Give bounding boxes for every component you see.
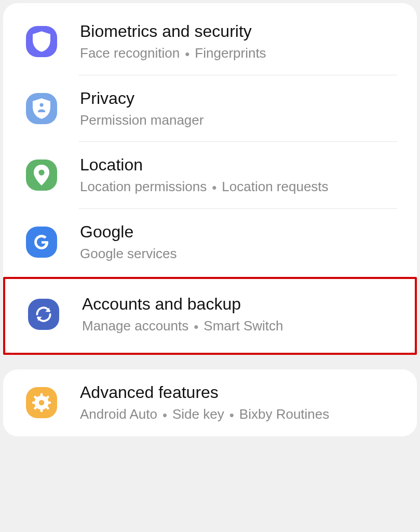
- advanced-gear-icon: [26, 387, 57, 418]
- settings-item-biometrics[interactable]: Biometrics and security Face recognition…: [3, 8, 417, 75]
- svg-rect-6: [32, 402, 36, 404]
- svg-rect-7: [47, 402, 51, 404]
- settings-item-title: Advanced features: [80, 382, 397, 403]
- settings-item-title: Biometrics and security: [80, 21, 397, 42]
- settings-item-text: Privacy Permission manager: [80, 88, 397, 129]
- location-pin-icon: [26, 159, 57, 191]
- privacy-shield-icon: [26, 93, 57, 124]
- svg-rect-4: [40, 393, 43, 397]
- svg-point-3: [39, 400, 45, 406]
- settings-item-title: Google: [80, 221, 397, 242]
- settings-item-subtitle: Location permissions•Location requests: [80, 178, 397, 196]
- settings-item-privacy[interactable]: Privacy Permission manager: [3, 75, 417, 141]
- settings-item-text: Biometrics and security Face recognition…: [80, 21, 397, 62]
- settings-item-accounts-backup[interactable]: Accounts and backup Manage accounts•Smar…: [3, 277, 417, 355]
- settings-item-text: Google Google services: [80, 221, 397, 262]
- shield-icon: [26, 26, 57, 57]
- settings-item-text: Location Location permissions•Location r…: [80, 154, 397, 196]
- settings-group-card: Biometrics and security Face recognition…: [3, 3, 417, 355]
- svg-rect-5: [40, 408, 43, 413]
- settings-item-title: Privacy: [80, 88, 397, 109]
- settings-item-subtitle: Google services: [80, 245, 397, 262]
- settings-item-text: Accounts and backup Manage accounts•Smar…: [82, 294, 395, 335]
- settings-item-subtitle: Permission manager: [80, 112, 397, 129]
- settings-item-title: Location: [80, 154, 397, 175]
- settings-group-card: Advanced features Android Auto•Side key•…: [3, 369, 417, 436]
- svg-point-1: [38, 169, 44, 175]
- settings-item-subtitle: Face recognition•Fingerprints: [80, 45, 397, 62]
- sync-icon: [28, 299, 59, 330]
- settings-item-title: Accounts and backup: [82, 294, 395, 314]
- settings-item-google[interactable]: Google Google services: [3, 209, 417, 275]
- settings-item-subtitle: Manage accounts•Smart Switch: [82, 317, 395, 335]
- google-icon: [26, 227, 57, 258]
- settings-item-location[interactable]: Location Location permissions•Location r…: [3, 142, 417, 208]
- svg-point-0: [39, 103, 43, 107]
- settings-item-text: Advanced features Android Auto•Side key•…: [80, 382, 397, 423]
- settings-item-subtitle: Android Auto•Side key•Bixby Routines: [80, 406, 397, 423]
- settings-item-advanced[interactable]: Advanced features Android Auto•Side key•…: [3, 369, 417, 436]
